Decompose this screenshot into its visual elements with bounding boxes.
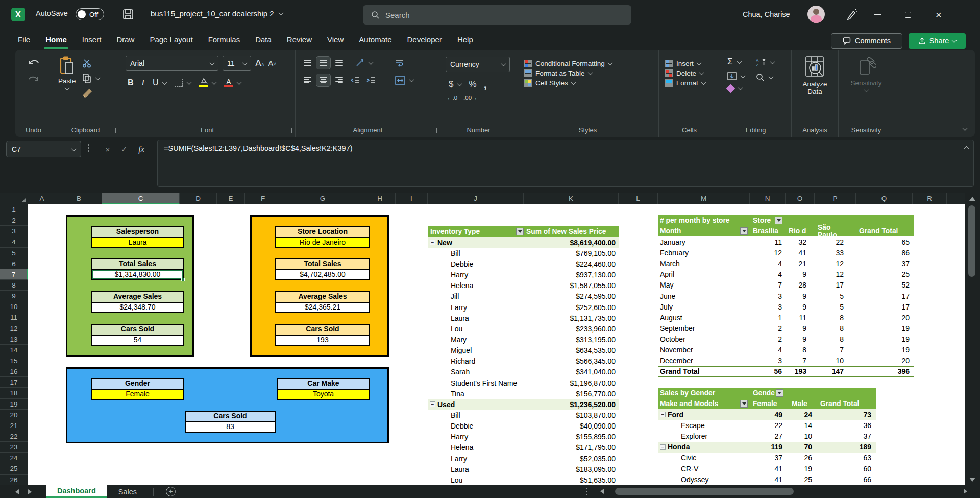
pivot-row[interactable]: −Richard $566,345.00 [428,356,619,367]
card-field-label[interactable]: Total Sales [275,258,370,270]
column-header[interactable]: Male [789,400,817,408]
card-field-value[interactable]: 193 [275,335,370,346]
find-select-button[interactable] [756,73,774,82]
column-header[interactable]: D [180,193,217,204]
column-header[interactable]: A [28,193,56,204]
row-header[interactable]: 21 [0,420,28,431]
pivot-row[interactable]: −Miguel $634,535.00 [428,345,619,356]
card-field-value[interactable]: $24,365.21 [275,302,370,314]
card-field-value[interactable]: $4,702,485.00 [275,270,370,281]
pivot-row[interactable]: −Debbie $224,460.00 [428,258,619,269]
filter-button[interactable] [740,227,748,235]
column-header[interactable]: P [815,193,856,204]
percent-format-button[interactable]: % [469,79,476,89]
pivot-row[interactable]: −Harry $155,895.00 [428,432,619,442]
column-header[interactable]: H [364,193,396,204]
row-header[interactable]: 8 [0,280,28,291]
cancel-button[interactable]: × [100,141,115,157]
pivot-row[interactable]: September 2 9 8 19 [658,323,914,334]
name-box-splitter[interactable] [88,144,89,152]
merge-center-button[interactable] [395,76,413,85]
align-middle-button[interactable] [316,57,330,69]
pivot-row[interactable]: January 11 32 22 65 [658,236,914,247]
column-header[interactable]: F [245,193,281,204]
close-button[interactable]: × [924,0,953,29]
filter-button[interactable] [776,389,783,397]
pivot-row[interactable]: −Helena $171,795.00 [428,442,619,453]
card-field-value[interactable]: $24,348.70 [91,302,184,314]
copy-icon[interactable] [82,73,91,83]
column-header[interactable]: K [524,193,619,204]
font-name-combobox[interactable]: Arial [126,56,218,71]
filter-button[interactable] [775,217,782,224]
analyze-data-button[interactable]: Analyze Data [792,54,838,96]
gender-pivot-title[interactable]: Sales by Gender [658,389,750,397]
align-center-button[interactable] [316,74,330,86]
pivot-row[interactable]: February 12 41 33 86 [658,247,914,258]
card-field-value[interactable]: 54 [91,335,184,346]
card-field-label[interactable]: Salesperson [91,226,184,238]
inventory-type-header[interactable]: Inventory Type [428,228,524,235]
menu-tab[interactable]: Automate [351,31,399,49]
next-sheet-icon[interactable] [28,489,32,494]
pivot-row[interactable]: October 2 9 8 19 [658,334,914,345]
collapse-icon[interactable]: − [660,412,666,417]
vertical-scrollbar[interactable] [965,193,980,485]
pivot-row[interactable]: April 4 9 12 25 [658,269,914,280]
pivot-row[interactable]: −Harry $937,130.00 [428,270,619,280]
sheet-tab-sales[interactable]: Sales [107,485,148,498]
pivot-row[interactable]: −Larry $252,605.00 [428,302,619,313]
restore-button[interactable] [893,0,923,29]
scrollbar-splitter[interactable] [586,488,587,495]
borders-button[interactable] [175,79,191,87]
column-header[interactable]: Rio d [786,227,815,235]
vertical-scroll-thumb[interactable] [968,205,975,277]
collapse-icon[interactable]: − [660,444,666,450]
scroll-down-icon[interactable] [969,478,975,482]
filter-button[interactable] [516,228,524,235]
pivot-row[interactable]: May 7 28 17 52 [658,280,914,291]
format-painter-icon[interactable] [82,88,92,99]
card-field-value[interactable]: Female [91,389,184,400]
menu-tab[interactable]: Draw [109,31,142,49]
menu-tab[interactable]: Formulas [201,31,248,49]
row-header[interactable]: 14 [0,345,28,355]
card-field-label[interactable]: Average Sales [91,291,184,302]
sort-filter-button[interactable]: AZ [756,58,774,67]
dialog-launcher-icon[interactable] [110,128,116,133]
pivot-row[interactable]: −Odyssey 41 25 66 [658,474,876,485]
pivot-row[interactable]: −Ford 49 24 73 [658,409,876,420]
autosum-button[interactable]: Σ [727,57,745,67]
align-top-button[interactable] [301,57,314,69]
decrease-font-button[interactable]: A˅ [268,59,276,67]
row-header[interactable]: 6 [0,258,28,269]
pivot-row[interactable]: −Laura $183,095.00 [428,464,619,475]
menu-tab[interactable]: Insert [75,31,109,49]
enter-button[interactable]: ✓ [116,141,132,157]
currency-format-button[interactable]: $ [449,79,461,89]
pivot-row[interactable]: August 1 11 8 20 [658,312,914,323]
column-header[interactable]: M [658,193,750,204]
row-header[interactable]: 1 [0,204,28,215]
pivot-row[interactable]: −Explorer 27 10 37 [658,431,876,442]
fill-color-button[interactable] [199,78,216,87]
pivot-row[interactable]: −New $8,619,400.00 [428,237,619,248]
column-header[interactable]: N [750,193,786,204]
insert-function-button[interactable]: fx [134,141,149,157]
card-field-label[interactable]: Cars Sold [91,324,184,335]
italic-button[interactable]: I [142,78,144,87]
pivot-row[interactable]: −Larry $52,035.00 [428,453,619,464]
card-field-label[interactable]: Car Make [277,378,370,389]
pivot-row[interactable]: −Debbie $40,090.00 [428,421,619,432]
gender-filter[interactable]: Gende [750,389,876,397]
delete-cells-button[interactable]: Delete [665,69,720,77]
bold-button[interactable]: B [128,78,134,87]
pivot-row[interactable]: −Used $1,236,520.00 [428,399,619,410]
menu-tab[interactable]: Help [450,31,481,49]
column-header[interactable]: J [428,193,524,204]
excel-logo-icon[interactable]: X [11,8,25,21]
column-header[interactable]: Brasília [750,227,786,235]
undo-icon[interactable] [28,58,40,68]
dialog-launcher-icon[interactable] [431,128,437,133]
menu-tab[interactable]: View [320,31,351,49]
